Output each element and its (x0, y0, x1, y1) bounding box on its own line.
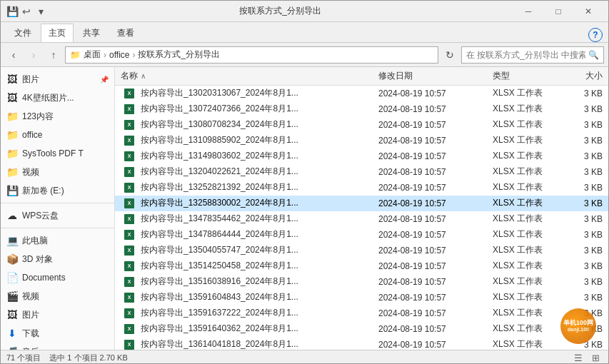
file-date: 2024-08-19 10:57 (373, 277, 487, 287)
table-row[interactable]: X 按内容导出_13478354462_2024年8月1... 2024-08-… (115, 211, 608, 227)
address-bar: ‹ › ↑ 📁 桌面 › office › 按联系方式_分别导出 ↻ 🔍 (1, 43, 608, 67)
file-size: 3 KB (558, 293, 608, 303)
quick-access-undo[interactable]: ↩ (21, 6, 32, 17)
file-size: 3 KB (558, 151, 608, 161)
file-date: 2024-08-19 10:57 (373, 151, 487, 161)
table-row[interactable]: X 按内容导出_13080708234_2024年8月1... 2024-08-… (115, 117, 608, 133)
cloud-icon: ☁ (6, 210, 18, 221)
file-type-icon: X (124, 104, 135, 114)
sidebar-item-pictures2[interactable]: 🖼 图片 (1, 305, 114, 324)
title-bar-icons: 💾 ↩ ▾ (6, 6, 46, 17)
sidebar-item-label: 下载 (22, 328, 39, 340)
address-path[interactable]: 📁 桌面 › office › 按联系方式_分别导出 (65, 46, 438, 64)
search-box[interactable]: 🔍 (461, 46, 604, 64)
pin-icon: 📌 (100, 76, 109, 84)
path-breadcrumb-office[interactable]: office (109, 50, 129, 60)
tab-share[interactable]: 共享 (75, 24, 108, 42)
file-list: X 按内容导出_13020313067_2024年8月1... 2024-08-… (115, 86, 608, 350)
file-type-icon: X (124, 198, 135, 208)
folder-icon: 📁 (6, 166, 18, 178)
sidebar-item-pictures[interactable]: 🖼 图片 📌 (1, 70, 114, 89)
sidebar-item-label: 图片 (22, 74, 39, 86)
table-row[interactable]: X 按内容导出_13020313067_2024年8月1... 2024-08-… (115, 86, 608, 101)
refresh-button[interactable]: ↻ (441, 46, 458, 64)
file-type: XLSX 工作表 (487, 338, 558, 350)
back-button[interactable]: ‹ (5, 46, 22, 64)
xlsx-badge: X (124, 246, 134, 256)
file-type-icon: X (124, 89, 135, 98)
file-size: 3 KB (558, 136, 608, 146)
table-row[interactable]: X 按内容导出_13072407366_2024年8月1... 2024-08-… (115, 101, 608, 117)
sidebar-item-label: 123内容 (22, 111, 54, 123)
close-button[interactable]: ✕ (574, 4, 603, 19)
file-name: 按内容导出_13591640362_2024年8月1... (141, 323, 367, 335)
col-type-header[interactable]: 类型 (487, 70, 558, 82)
tab-file[interactable]: 文件 (6, 24, 39, 42)
file-size: 3 KB (558, 261, 608, 271)
search-icon: 🔍 (588, 50, 599, 60)
up-button[interactable]: ↑ (45, 46, 62, 64)
sidebar-item-drive-e[interactable]: 💾 新加卷 (E:) (1, 181, 114, 200)
table-row[interactable]: X 按内容导出_13591637222_2024年8月1... 2024-08-… (115, 305, 608, 321)
table-row[interactable]: X 按内容导出_13591604843_2024年8月1... 2024-08-… (115, 290, 608, 305)
file-name: 按内容导出_13258830002_2024年8月1... (141, 197, 367, 209)
file-name: 按内容导出_13080708234_2024年8月1... (141, 118, 367, 131)
table-row[interactable]: X 按内容导出_13109885902_2024年8月1... 2024-08-… (115, 133, 608, 148)
file-size: 3 KB (558, 198, 608, 208)
path-breadcrumb-desktop[interactable]: 桌面 (84, 49, 101, 61)
search-input[interactable] (466, 50, 585, 60)
sidebar-item-video[interactable]: 📁 视频 (1, 163, 114, 181)
quick-access-save[interactable]: 💾 (6, 6, 18, 17)
sidebar-item-wps[interactable]: ☁ WPS云盘 (1, 206, 114, 225)
sidebar-item-4k[interactable]: 🖼 4K壁纸图片... (1, 89, 114, 107)
file-date: 2024-08-19 10:57 (373, 230, 487, 240)
minimize-button[interactable]: ─ (514, 4, 543, 19)
table-row[interactable]: X 按内容导出_13514250458_2024年8月1... 2024-08-… (115, 258, 608, 274)
file-type-icon: X (124, 324, 135, 334)
forward-button[interactable]: › (25, 46, 42, 64)
file-date: 2024-08-19 10:57 (373, 246, 487, 256)
table-row[interactable]: X 按内容导出_13591640362_2024年8月1... 2024-08-… (115, 321, 608, 337)
sidebar-item-music[interactable]: 🎵 音乐 (1, 343, 114, 350)
file-type: XLSX 工作表 (487, 87, 558, 99)
file-type: XLSX 工作表 (487, 291, 558, 303)
path-breadcrumb-current[interactable]: 按联系方式_分别导出 (138, 49, 220, 61)
table-row[interactable]: X 按内容导出_13478864444_2024年8月1... 2024-08-… (115, 227, 608, 243)
4k-icon: 🖼 (6, 92, 18, 103)
sidebar-item-office[interactable]: 📁 office (1, 126, 114, 144)
sidebar-item-documents[interactable]: 📄 Documents (1, 268, 114, 287)
sidebar-item-this-pc[interactable]: 💻 此电脑 (1, 231, 114, 250)
help-button[interactable]: ? (588, 28, 603, 42)
sidebar-item-downloads[interactable]: ⬇ 下载 (1, 324, 114, 343)
large-icons-button[interactable]: ⊞ (588, 351, 603, 365)
sidebar-item-videos[interactable]: 🎬 视频 (1, 287, 114, 305)
table-row[interactable]: X 按内容导出_13149803602_2024年8月1... 2024-08-… (115, 148, 608, 164)
tab-view[interactable]: 查看 (109, 24, 142, 42)
maximize-button[interactable]: □ (544, 4, 573, 19)
sidebar-item-3d[interactable]: 📦 3D 对象 (1, 250, 114, 268)
file-name: 按内容导出_13149803602_2024年8月1... (141, 150, 367, 162)
sidebar-item-systools[interactable]: 📁 SysTools PDF T (1, 144, 114, 163)
sidebar-item-label: Documents (22, 273, 66, 283)
file-size: 3 KB (558, 183, 608, 193)
sort-arrow: ∧ (141, 72, 146, 80)
quick-access-down[interactable]: ▾ (35, 6, 46, 17)
sidebar-item-123[interactable]: 📁 123内容 (1, 107, 114, 126)
table-row[interactable]: X 按内容导出_13258830002_2024年8月1... 2024-08-… (115, 196, 608, 211)
file-type-icon: X (124, 246, 135, 256)
table-row[interactable]: X 按内容导出_13252821392_2024年8月1... 2024-08-… (115, 180, 608, 196)
details-view-button[interactable]: ☰ (571, 351, 585, 365)
tab-home[interactable]: 主页 (41, 24, 74, 42)
table-row[interactable]: X 按内容导出_13516038916_2024年8月1... 2024-08-… (115, 274, 608, 290)
col-name-header[interactable]: 名称 ∧ (115, 70, 373, 82)
file-type: XLSX 工作表 (487, 181, 558, 193)
col-date-header[interactable]: 修改日期 (373, 70, 487, 82)
video-icon: 🎬 (6, 290, 18, 302)
table-row[interactable]: X 按内容导出_13204022621_2024年8月1... 2024-08-… (115, 164, 608, 180)
table-row[interactable]: X 按内容导出_13614041818_2024年8月1... 2024-08-… (115, 337, 608, 350)
col-size-header[interactable]: 大小 (558, 70, 608, 82)
path-sep-2: › (132, 50, 135, 60)
folder-icon: 📁 (6, 111, 18, 122)
table-row[interactable]: X 按内容导出_13504055747_2024年8月1... 2024-08-… (115, 243, 608, 258)
path-folder-icon: 📁 (70, 50, 81, 60)
